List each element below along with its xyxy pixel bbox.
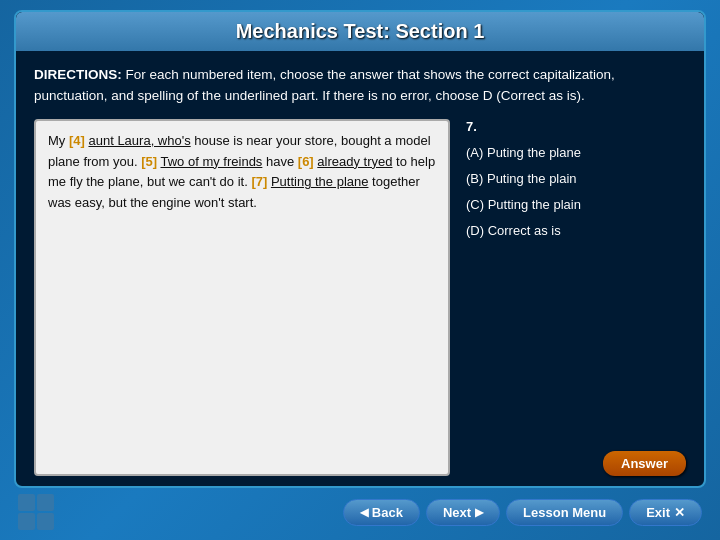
underline-4: Putting the plane (271, 174, 369, 189)
bracket-7: [7] (251, 174, 267, 189)
bracket-4: [4] (69, 133, 85, 148)
back-arrow-icon: ◀ (360, 506, 368, 519)
main-card: Mechanics Test: Section 1 DIRECTIONS: Fo… (14, 10, 706, 488)
outer-wrapper: Mechanics Test: Section 1 DIRECTIONS: Fo… (0, 0, 720, 540)
question-number: 7. (466, 119, 686, 134)
directions-text: DIRECTIONS: For each numbered item, choo… (34, 65, 686, 107)
directions-label: DIRECTIONS: (34, 67, 122, 82)
nav-dot-4 (37, 513, 54, 530)
exit-label: Exit (646, 505, 670, 520)
nav-dot-1 (18, 494, 35, 511)
underline-3: already tryed (317, 154, 392, 169)
next-button[interactable]: Next ▶ (426, 499, 500, 526)
bottom-bar: ◀ Back Next ▶ Lesson Menu Exit ✕ (14, 488, 706, 534)
passage-box: My [4] aunt Laura, who's house is near y… (34, 119, 450, 476)
bracket-6: [6] (298, 154, 314, 169)
bracket-5: [5] (141, 154, 157, 169)
underline-1: aunt Laura, who's (88, 133, 190, 148)
nav-dot-3 (18, 513, 35, 530)
exit-icon: ✕ (674, 505, 685, 520)
back-label: Back (372, 505, 403, 520)
option-c: (C) Putting the plain (466, 194, 686, 216)
page-title: Mechanics Test: Section 1 (236, 20, 485, 42)
answer-button[interactable]: Answer (603, 451, 686, 476)
answer-btn-wrap: Answer (466, 443, 686, 476)
option-b: (B) Puting the plain (466, 168, 686, 190)
nav-grid (18, 494, 54, 530)
content-area: My [4] aunt Laura, who's house is near y… (34, 119, 686, 476)
answer-column: 7. (A) Puting the plane (B) Puting the p… (466, 119, 686, 476)
underline-2: Two of my freinds (161, 154, 263, 169)
next-arrow-icon: ▶ (475, 506, 483, 519)
next-label: Next (443, 505, 471, 520)
nav-dot-2 (37, 494, 54, 511)
option-d: (D) Correct as is (466, 220, 686, 242)
lesson-menu-button[interactable]: Lesson Menu (506, 499, 623, 526)
back-button[interactable]: ◀ Back (343, 499, 420, 526)
directions-body: For each numbered item, choose the answe… (34, 67, 615, 103)
exit-button[interactable]: Exit ✕ (629, 499, 702, 526)
option-a: (A) Puting the plane (466, 142, 686, 164)
card-body: DIRECTIONS: For each numbered item, choo… (16, 51, 704, 486)
card-header: Mechanics Test: Section 1 (16, 12, 704, 51)
nav-buttons: ◀ Back Next ▶ Lesson Menu Exit ✕ (343, 499, 702, 526)
